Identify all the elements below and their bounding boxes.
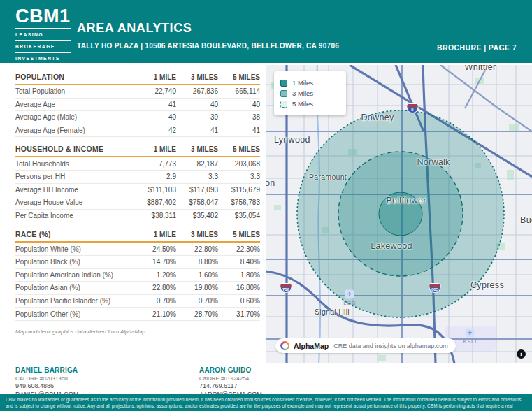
column-header-5miles: 5 MILES — [218, 231, 260, 238]
page-title: AREA ANALYTICS — [77, 21, 339, 36]
page-header: CBM1 LEASING BROKERAGE INVESTMENTS AREA … — [0, 0, 532, 63]
logo-divider — [15, 28, 71, 29]
row-label: Population Black (%) — [15, 258, 134, 266]
info-icon[interactable]: i — [517, 349, 526, 359]
value-5miles: 22.30% — [218, 245, 260, 253]
row-label: Population Asian (%) — [15, 284, 134, 291]
legend-swatch-1mile — [280, 80, 287, 87]
table-row: Population Other (%) 21.10% 28.70% 31.70… — [15, 308, 260, 321]
table-row: Average Age (Female) 42 41 41 — [15, 124, 260, 138]
legend-label-3miles: 3 Miles — [292, 89, 313, 97]
row-label: Average Age (Male) — [15, 113, 134, 121]
table-row: Population Asian (%) 22.80% 19.80% 16.80… — [15, 282, 260, 295]
logo-line-leasing: LEASING — [15, 31, 71, 38]
row-label: Population Other (%) — [15, 310, 134, 318]
contact-license: CALDRE #02031360 — [15, 375, 78, 382]
city-label-cypress: Cypress — [470, 280, 504, 290]
contact-license: CalDRE #01924254 — [199, 375, 262, 382]
value-1mile: 41 — [134, 101, 176, 108]
table-row: Total Population 22,740 267,836 665,114 — [15, 85, 260, 99]
value-5miles: 31.70% — [218, 310, 260, 318]
column-header-3miles: 3 MILES — [176, 231, 218, 238]
city-label-buena-park-partial: Bue — [520, 215, 532, 225]
disclaimer-bar: CBM makes no warranties or guarantees as… — [0, 394, 532, 411]
section-header-row: HOUSEHOLD & INCOME 1 MILE 3 MILES 5 MILE… — [15, 145, 260, 157]
row-label: Total Population — [15, 87, 134, 95]
value-5miles: 41 — [218, 127, 260, 134]
map-legend: 1 Miles 3 Miles 5 Miles — [274, 71, 346, 115]
contact-footer: DANIEL BARRIGA CALDRE #02031360 949.608.… — [0, 365, 532, 394]
value-5miles: $35,054 — [218, 212, 260, 219]
disclaimer-text: CBM makes no warranties or guarantees as… — [6, 396, 526, 411]
airport-label-lgb: LGB — [343, 300, 356, 306]
section-rows: Population White (%) 24.50% 22.80% 22.30… — [15, 243, 260, 321]
value-5miles: 8.40% — [218, 258, 260, 266]
city-label-paramount: Paramount — [309, 173, 347, 181]
row-label: Persons per HH — [15, 173, 134, 180]
section-title: POPULATION — [15, 73, 134, 81]
row-label: Average Age (Female) — [15, 127, 134, 134]
logo-brand-text: CBM1 — [15, 7, 71, 26]
cbm1-logo: CBM1 LEASING BROKERAGE INVESTMENTS — [15, 7, 71, 66]
value-1mile: 22,740 — [134, 87, 176, 95]
airport-marker-ksli: ✈ KSLI — [463, 329, 476, 345]
row-label: Population White (%) — [15, 245, 134, 253]
demographics-section: HOUSEHOLD & INCOME 1 MILE 3 MILES 5 MILE… — [15, 145, 260, 222]
table-row: Average Age 41 40 40 — [15, 99, 260, 112]
table-row: Average Age (Male) 40 39 38 — [15, 111, 260, 124]
section-rows: Total Households 7,773 82,187 203,068 Pe… — [15, 157, 260, 222]
column-header-5miles: 5 MILES — [218, 145, 260, 153]
freeway-shield-605-number: 605 — [430, 287, 440, 291]
value-3miles: 22.80% — [176, 245, 218, 253]
row-label: Average Age — [15, 101, 134, 108]
legend-item-1mile: 1 Miles — [280, 79, 340, 87]
city-label-downey: Downey — [361, 113, 394, 122]
logo-divider — [15, 64, 71, 65]
column-header-3miles: 3 MILES — [176, 73, 218, 81]
alphamap-logo-icon — [280, 341, 289, 350]
row-label: Average HH Income — [15, 186, 134, 194]
alphamap-brand: AlphaMap — [294, 342, 329, 350]
logo-line-investments: INVESTMENTS — [15, 55, 71, 62]
value-5miles: 0.60% — [218, 297, 260, 305]
freeway-shield-710: 710 — [280, 283, 292, 293]
city-label-whittier: Whittier — [465, 65, 496, 72]
contact-card-aaron: AARON GUIDO CalDRE #01924254 714.769.611… — [199, 366, 262, 398]
value-5miles: 1.80% — [218, 271, 260, 279]
row-label: Total Households — [15, 160, 134, 168]
logo-line-brokerage: BROKERAGE — [15, 43, 71, 50]
contact-phone: 714.769.6117 — [199, 382, 262, 389]
row-label: Average House Value — [15, 199, 134, 206]
value-3miles: 41 — [176, 127, 218, 134]
section-title: RACE (%) — [15, 230, 134, 238]
alphamap-attribution[interactable]: AlphaMap CRE data and insights on alpham… — [275, 338, 456, 353]
value-3miles: 39 — [176, 113, 218, 121]
section-header-row: RACE (%) 1 MILE 3 MILES 5 MILES — [15, 230, 260, 243]
contact-name: AARON GUIDO — [199, 366, 262, 374]
freeway-shield-710-number: 710 — [281, 287, 292, 291]
legend-label-5miles: 5 Miles — [292, 100, 313, 108]
row-label: Population Pacific Islander (%) — [15, 297, 134, 305]
table-row: Population Black (%) 14.70% 8.80% 8.40% — [15, 256, 260, 269]
contact-name: DANIEL BARRIGA — [15, 366, 78, 374]
legend-label-1mile: 1 Miles — [292, 79, 313, 87]
data-source-note: Map and demographics data derived from A… — [15, 329, 260, 335]
alphamap-tagline: CRE data and insights on alphamap.com — [333, 342, 448, 349]
row-label: Population American Indian (%) — [15, 271, 134, 279]
brochure-page-label: BROCHURE | PAGE 7 — [437, 43, 517, 52]
airport-label-ksli: KSLI — [463, 338, 476, 345]
value-5miles: 3.3 — [218, 173, 260, 180]
value-3miles: 28.70% — [176, 310, 218, 318]
value-1mile: $887,402 — [134, 199, 176, 206]
value-1mile: 1.20% — [134, 271, 176, 279]
table-row: Per Capita Income $38,311 $35,482 $35,05… — [15, 210, 260, 223]
property-address: TALLY HO PLAZA | 10506 ARTESIA BOULEVARD… — [77, 42, 339, 50]
table-row: Average House Value $887,402 $758,047 $7… — [15, 196, 260, 210]
column-header-1mile: 1 MILE — [134, 231, 176, 238]
value-1mile: 2.9 — [134, 173, 176, 180]
value-3miles: $117,093 — [176, 186, 218, 194]
airplane-icon: ✈ — [345, 290, 354, 299]
area-map[interactable]: Whittier South Gate Downey Lynwood Norwa… — [266, 65, 532, 363]
value-5miles: $756,783 — [218, 199, 260, 206]
demographics-section: RACE (%) 1 MILE 3 MILES 5 MILES Populati… — [15, 230, 260, 321]
